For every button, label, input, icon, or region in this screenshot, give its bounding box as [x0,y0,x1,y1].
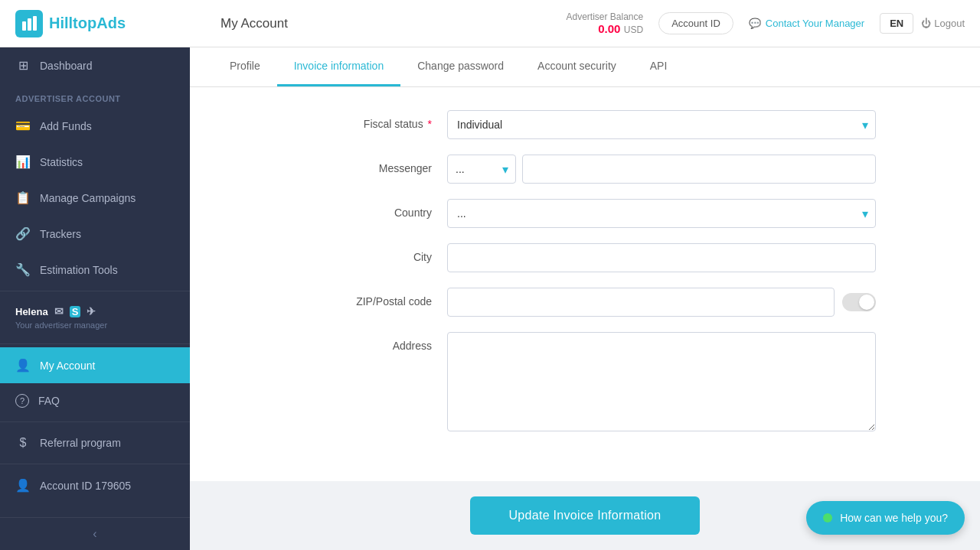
add-funds-icon: 💳 [15,119,31,133]
logo-area: HilltopAds [15,10,205,37]
sidebar-label-trackers: Trackers [40,228,81,240]
sidebar-item-manage-campaigns[interactable]: 📋 Manage Campaigns [0,180,190,216]
balance-value: 0.00 [598,22,620,35]
city-input[interactable] [447,243,876,272]
chat-bubble-label: How can we help you? [840,512,948,524]
manager-skype-icon[interactable]: S [70,306,81,317]
sidebar-item-trackers[interactable]: 🔗 Trackers [0,216,190,252]
sidebar-item-estimation-tools[interactable]: 🔧 Estimation Tools [0,252,190,288]
tab-api[interactable]: API [633,47,684,86]
account-id-icon: 👤 [15,478,31,493]
header-right: Advertiser Balance 0.00 USD Account ID 💬… [566,11,965,36]
required-marker: * [428,118,432,130]
header: HilltopAds My Account Advertiser Balance… [0,0,980,47]
country-select-wrapper: ... ▾ [447,199,876,228]
collapse-icon: ‹ [93,527,96,541]
messenger-type-wrapper: ... Skype Telegram WhatsApp ▾ [447,155,516,184]
messenger-type-select[interactable]: ... Skype Telegram WhatsApp [447,155,516,184]
sidebar-section-label: ADVERTISER ACCOUNT [0,83,190,108]
zip-input[interactable] [447,288,835,317]
form-area: Fiscal status * Individual Company ▾ Mes… [190,87,980,481]
sidebar-label-add-funds: Add Funds [40,120,92,132]
sidebar-divider-2 [0,343,190,344]
tab-profile-label: Profile [230,60,260,72]
address-label: Address [294,332,447,352]
my-account-icon: 👤 [15,358,31,373]
content-area: Profile Invoice information Change passw… [190,47,980,550]
country-label: Country [294,199,447,219]
account-id-button[interactable]: Account ID [658,12,733,34]
campaigns-icon: 📋 [15,190,31,205]
logo-text-hilltop: Hilltop [49,15,96,31]
sidebar-label-campaigns: Manage Campaigns [40,192,136,204]
form-row-fiscal-status: Fiscal status * Individual Company ▾ [294,110,876,139]
manager-name-row: Helena ✉ S ✈ [15,305,175,317]
toggle-thumb [859,295,874,310]
fiscal-status-select[interactable]: Individual Company [447,110,876,139]
chat-icon: 💬 [749,18,761,29]
sidebar-manager: Helena ✉ S ✈ Your advertiser manager [0,295,190,340]
header-page-title: My Account [205,16,566,31]
zip-label: ZIP/Postal code [294,288,447,308]
country-select[interactable]: ... [447,199,876,228]
sidebar-item-faq[interactable]: ? FAQ [0,383,190,418]
messenger-row-inputs: ... Skype Telegram WhatsApp ▾ [447,155,876,184]
balance-currency: USD [624,24,643,35]
messenger-label: Messenger [294,155,447,174]
zip-row-inputs [447,288,876,317]
city-label: City [294,243,447,263]
tab-invoice-information[interactable]: Invoice information [277,47,401,86]
svg-rect-2 [33,16,37,31]
svg-rect-0 [22,21,26,31]
advertiser-balance: Advertiser Balance 0.00 USD [566,11,643,36]
tab-change-password-label: Change password [417,60,504,72]
sidebar-label-account-id: Account ID 179605 [40,480,131,492]
tab-api-label: API [650,60,668,72]
referral-icon: $ [15,436,31,450]
contact-manager-label: Contact Your Manager [766,18,864,29]
logo-text-ads: Ads [96,15,126,31]
logout-label: Logout [934,18,965,29]
sidebar-item-referral[interactable]: $ Referral program [0,425,190,461]
sidebar-item-account-id[interactable]: 👤 Account ID 179605 [0,467,190,503]
contact-manager-button[interactable]: 💬 Contact Your Manager [741,13,872,34]
main-layout: ⊞ Dashboard ADVERTISER ACCOUNT 💳 Add Fun… [0,47,980,550]
sidebar-divider-4 [0,464,190,464]
sidebar-item-statistics[interactable]: 📊 Statistics [0,144,190,180]
dashboard-icon: ⊞ [15,58,31,73]
zip-toggle[interactable] [842,293,876,311]
sidebar-label-dashboard: Dashboard [40,60,93,72]
manager-name: Helena [15,306,48,317]
messenger-input[interactable] [522,155,876,184]
balance-amount: 0.00 USD [566,22,643,36]
sidebar-item-dashboard[interactable]: ⊞ Dashboard [0,47,190,83]
sidebar-item-my-account[interactable]: 👤 My Account [0,347,190,383]
sidebar-item-add-funds[interactable]: 💳 Add Funds [0,108,190,144]
manager-telegram-icon[interactable]: ✈ [87,305,96,317]
form-row-messenger: Messenger ... Skype Telegram WhatsApp ▾ [294,155,876,184]
address-textarea[interactable] [447,332,876,431]
tab-profile[interactable]: Profile [213,47,277,86]
sidebar: ⊞ Dashboard ADVERTISER ACCOUNT 💳 Add Fun… [0,47,190,550]
sidebar-label-my-account: My Account [40,360,95,372]
sidebar-label-faq: FAQ [38,395,60,407]
manager-subtitle: Your advertiser manager [15,321,175,330]
tabs-bar: Profile Invoice information Change passw… [190,47,980,87]
chat-online-indicator [823,513,832,522]
fiscal-status-label: Fiscal status * [294,110,447,130]
tab-change-password[interactable]: Change password [400,47,521,86]
manager-email-icon[interactable]: ✉ [54,305,64,317]
trackers-icon: 🔗 [15,226,31,241]
logout-button[interactable]: ⏻ Logout [921,18,965,29]
logo-text: HilltopAds [49,15,126,32]
chat-bubble[interactable]: How can we help you? [806,501,965,535]
sidebar-divider-3 [0,421,190,422]
update-invoice-button[interactable]: Update Invoice Information [470,496,699,535]
statistics-icon: 📊 [15,155,31,169]
sidebar-collapse-button[interactable]: ‹ [0,517,190,550]
tab-account-security[interactable]: Account security [521,47,633,86]
logo-icon [15,10,43,37]
estimation-icon: 🔧 [15,262,31,277]
tab-invoice-label: Invoice information [294,60,384,72]
language-button[interactable]: EN [880,13,913,34]
